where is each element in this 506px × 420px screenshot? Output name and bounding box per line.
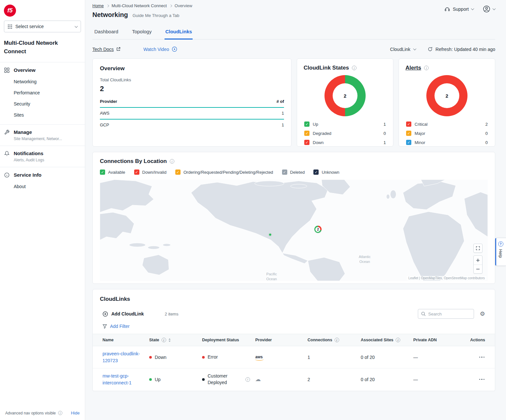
- support-menu[interactable]: Support: [444, 6, 474, 12]
- card-title-row: CloudLink States: [304, 65, 387, 71]
- breadcrumb: Home Multi-Cloud Network Connect Overvie…: [92, 3, 495, 8]
- tech-docs-label: Tech Docs: [92, 47, 114, 52]
- tab-topology[interactable]: Topology: [131, 27, 152, 39]
- chevron-right-icon: [106, 4, 109, 7]
- legend-label: Up: [313, 122, 318, 127]
- chevron-down-icon: [493, 7, 496, 10]
- deployment-status-cell: Customer Deployed: [202, 373, 255, 386]
- row-actions-menu[interactable]: [479, 355, 485, 360]
- info-icon[interactable]: [170, 159, 174, 164]
- chevron-right-icon: [169, 4, 172, 7]
- alerts-card-title[interactable]: Alerts: [405, 65, 421, 71]
- checkbox-down[interactable]: [304, 140, 309, 145]
- checkbox-deleted[interactable]: [282, 170, 287, 175]
- legend-item-unknown: Unknown: [313, 170, 339, 175]
- map-marker-available[interactable]: [269, 233, 272, 236]
- refresh-control[interactable]: Refresh: Updated 40 min ago: [428, 47, 495, 52]
- sidebar-item-subtitle: Alerts, Audit Logs: [14, 158, 44, 162]
- add-cloudlink-label: Add CloudLink: [111, 311, 144, 316]
- checkbox-available[interactable]: [100, 170, 105, 175]
- service-selector[interactable]: Select service: [4, 21, 81, 32]
- sidebar-item-performance[interactable]: Performance: [0, 87, 85, 98]
- sidebar-item-about[interactable]: About: [0, 181, 85, 192]
- f5-logo[interactable]: f5: [4, 5, 16, 17]
- sidebar-item-service-info[interactable]: Service Info: [0, 167, 85, 181]
- guide-me-link[interactable]: Guide Me Through a Tab: [133, 13, 179, 18]
- info-icon[interactable]: [58, 411, 62, 415]
- status-dot-up: [149, 378, 152, 381]
- cloudlink-scope-select[interactable]: CloudLink: [390, 47, 416, 52]
- scope-select-label: CloudLink: [390, 47, 410, 52]
- cloudlinks-card-title: CloudLinks: [93, 296, 495, 302]
- sidebar-item-sites[interactable]: Sites: [0, 109, 85, 121]
- sidebar-item-notifications[interactable]: Notifications Alerts, Audit Logs: [0, 146, 85, 167]
- checkbox-ordering[interactable]: [175, 170, 181, 175]
- connections-by-location-card: Connections By Location Available Down/I…: [92, 152, 495, 284]
- legend-value: 0: [485, 131, 488, 136]
- tab-cloudlinks[interactable]: CloudLinks: [165, 27, 193, 40]
- alerts-donut-chart: 2: [426, 75, 467, 116]
- items-count: 2 items: [165, 312, 179, 316]
- map-attribution[interactable]: Leaflet | OpenMapTiles, OpenStreetMap co…: [407, 276, 486, 280]
- sidebar-item-networking[interactable]: Networking: [0, 76, 85, 87]
- add-filter-label: Add Filter: [110, 324, 130, 329]
- watch-video-link[interactable]: Watch Video: [143, 46, 177, 52]
- sidebar-item-manage[interactable]: Manage Site Management, Networ...: [0, 125, 85, 146]
- sidebar-item-label: Manage: [14, 129, 62, 135]
- sort-icon[interactable]: [168, 338, 171, 342]
- status-dot-customer-deployed: [202, 378, 205, 381]
- overview-card-title: Overview: [100, 65, 284, 72]
- column-header-label: Associated Sites: [361, 338, 393, 342]
- info-icon[interactable]: [396, 338, 400, 342]
- help-tab-accent: [495, 238, 496, 266]
- row-actions-menu[interactable]: [479, 377, 485, 382]
- info-icon[interactable]: [424, 66, 429, 70]
- donut-center-value: 2: [446, 93, 448, 99]
- checkbox-critical[interactable]: [406, 121, 411, 127]
- user-menu[interactable]: [483, 5, 495, 13]
- column-header-label: State: [149, 338, 159, 342]
- table-settings-gear-icon[interactable]: ⚙: [480, 311, 485, 317]
- legend-label: Unknown: [322, 170, 339, 175]
- cloudlink-name-link[interactable]: mw-test-gcp-interconnect-1: [103, 373, 143, 386]
- help-tab[interactable]: Help: [495, 238, 506, 266]
- world-map[interactable]: Atlantic Ocean Pacific Ocean 2: [100, 180, 488, 281]
- add-cloudlink-button[interactable]: Add CloudLink: [103, 311, 144, 317]
- checkbox-major[interactable]: [406, 131, 411, 136]
- info-icon[interactable]: [162, 338, 166, 342]
- sidebar-item-overview[interactable]: Overview: [0, 62, 85, 76]
- info-icon[interactable]: [335, 338, 339, 342]
- wrench-icon: [4, 130, 9, 135]
- zoom-in-button[interactable]: [474, 256, 482, 265]
- legend-row-up: Up 1: [304, 120, 387, 129]
- info-icon[interactable]: [245, 377, 250, 382]
- state-label: Up: [155, 377, 161, 382]
- tab-dashboard[interactable]: Dashboard: [94, 27, 119, 39]
- legend-item-down-invalid: Down/Invalid: [134, 170, 166, 175]
- filter-funnel-icon: [103, 324, 107, 329]
- zoom-out-button[interactable]: [474, 265, 482, 273]
- checkbox-down-invalid[interactable]: [134, 170, 139, 175]
- column-header-state[interactable]: State: [149, 338, 202, 342]
- checkbox-degraded[interactable]: [304, 131, 309, 136]
- product-title: Multi-Cloud Network Connect: [4, 39, 81, 56]
- map-cluster-marker[interactable]: 2: [314, 226, 322, 233]
- search-input[interactable]: [428, 312, 471, 316]
- sidebar-item-security[interactable]: Security: [0, 98, 85, 109]
- plus-icon: [476, 258, 480, 262]
- chevron-down-icon: [75, 24, 78, 28]
- search-icon: [421, 312, 426, 316]
- info-icon[interactable]: [352, 66, 356, 70]
- checkbox-unknown[interactable]: [313, 170, 319, 175]
- checkbox-minor[interactable]: [406, 140, 411, 145]
- world-map-svg: [100, 180, 488, 281]
- sidebar-item-label: Security: [14, 101, 30, 106]
- breadcrumb-home[interactable]: Home: [92, 3, 104, 8]
- tech-docs-link[interactable]: Tech Docs: [92, 47, 120, 52]
- add-filter-button[interactable]: Add Filter: [93, 324, 495, 329]
- breadcrumb-mcn[interactable]: Multi-Cloud Network Connect: [112, 3, 167, 8]
- cloudlink-name-link[interactable]: praveen-cloudlink-120723: [103, 350, 143, 364]
- hide-nav-button[interactable]: Hide: [71, 411, 80, 415]
- map-fit-bounds-button[interactable]: [473, 244, 482, 253]
- checkbox-up[interactable]: [304, 121, 309, 127]
